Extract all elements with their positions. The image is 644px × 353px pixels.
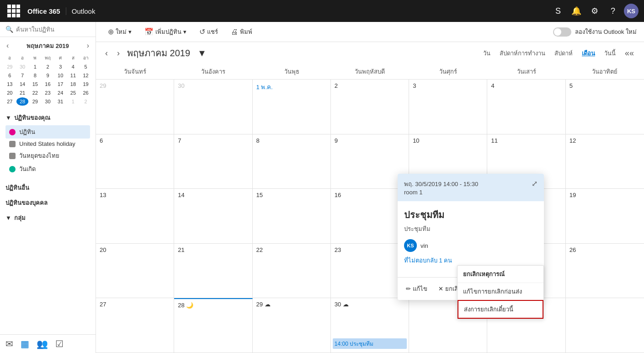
view-week[interactable]: สัปดาห์	[552, 47, 575, 60]
gear-icon[interactable]: ⚙	[587, 4, 602, 18]
view-month[interactable]: เดือน	[579, 47, 598, 60]
mini-day[interactable]: 16	[42, 80, 54, 88]
cal-cell[interactable]: 2	[331, 80, 409, 134]
search-bar[interactable]: 🔍	[0, 22, 96, 37]
edit-button[interactable]: ✏ แก้ไข	[404, 282, 429, 295]
calendar-item-2[interactable]: วันหยุดของไทย	[5, 149, 90, 162]
cal-cell[interactable]: 6	[96, 134, 174, 189]
cal-cell[interactable]: 13	[96, 189, 174, 243]
cal-cell[interactable]: 14	[174, 189, 252, 243]
cal-cell[interactable]: 21	[174, 244, 252, 298]
cal-cell[interactable]	[566, 298, 644, 353]
mini-day[interactable]: 5	[80, 63, 92, 71]
mini-day[interactable]: 29	[4, 63, 16, 71]
cal-cell[interactable]: 15	[253, 189, 331, 243]
cal-cell[interactable]: 4	[487, 80, 565, 134]
help-icon[interactable]: ?	[606, 4, 620, 18]
mini-day[interactable]: 10	[54, 71, 67, 80]
mini-day[interactable]: 31	[54, 97, 67, 106]
prev-month-btn[interactable]: ‹	[103, 47, 110, 60]
mini-day[interactable]: 17	[54, 80, 67, 88]
context-menu-item-0[interactable]: แก้ไขการยกเลิกก่อนส่ง	[458, 283, 543, 300]
cal-cell[interactable]: 3	[409, 80, 487, 134]
print-button[interactable]: 🖨 พิมพ์	[226, 25, 257, 39]
search-input[interactable]	[16, 26, 90, 33]
mini-day[interactable]: 30	[16, 63, 29, 71]
waffle-menu[interactable]	[5, 3, 22, 19]
popup-expand-icon[interactable]: ⤢	[532, 179, 538, 188]
mini-day[interactable]: 8	[29, 71, 41, 80]
cal-cell[interactable]: 5	[566, 80, 644, 134]
cal-cell[interactable]: 30	[174, 80, 252, 134]
mini-day[interactable]: 2	[42, 63, 54, 71]
mini-next-btn[interactable]: ›	[84, 41, 92, 51]
mini-day[interactable]: 23	[42, 89, 54, 97]
view-today[interactable]: วันนี้	[601, 47, 618, 60]
mini-day[interactable]: 2	[80, 97, 92, 106]
cal-cell[interactable]: 7	[174, 134, 252, 189]
tasks-nav-icon[interactable]: ☑	[55, 338, 64, 349]
my-calendars-header[interactable]: ▼ ปฏิทินของคุณ	[5, 113, 90, 123]
mini-day[interactable]: 4	[67, 63, 80, 71]
mini-day-today[interactable]: 28	[16, 97, 29, 106]
view-day[interactable]: วัน	[480, 47, 493, 60]
people-nav-icon[interactable]: 👥	[37, 338, 48, 349]
cal-cell-28[interactable]: 28 🌙	[174, 298, 252, 353]
mini-day[interactable]: 27	[4, 97, 16, 106]
other-calendars-label[interactable]: ปฏิทินอื่น	[0, 179, 96, 194]
cal-cell[interactable]: 1 พ.ค.	[253, 80, 331, 134]
cal-cell[interactable]: 29	[96, 80, 174, 134]
cal-event-meeting[interactable]: 14:00 ประชุมทีม	[333, 338, 407, 349]
mini-day[interactable]: 15	[29, 80, 41, 88]
calendar-item-3[interactable]: วันเกิด	[5, 162, 90, 176]
attendee-count-link[interactable]: ที่ไม่ตอบกลับ 1 คน	[404, 256, 538, 265]
mini-day[interactable]: 13	[4, 80, 16, 88]
cal-cell[interactable]: 19	[566, 189, 644, 243]
mini-day[interactable]: 7	[16, 71, 29, 80]
mini-day[interactable]: 1	[67, 97, 80, 106]
mini-day[interactable]: 22	[29, 89, 41, 97]
group-header[interactable]: ▼ กลุ่ม	[5, 213, 90, 223]
cal-cell[interactable]: 27	[96, 298, 174, 353]
mini-day[interactable]: 1	[29, 63, 41, 71]
mini-day[interactable]: 3	[54, 63, 67, 71]
add-calendar-button[interactable]: 📅 เพิ่มปฏิทิน ▾	[140, 25, 191, 39]
mini-day[interactable]: 30	[42, 97, 54, 106]
avatar[interactable]: KS	[624, 4, 639, 18]
cal-cell[interactable]: 22	[253, 244, 331, 298]
cal-cell[interactable]: 26	[566, 244, 644, 298]
context-menu-item-1[interactable]: ส่งการยกเลิกเดี๋ยวนี้	[458, 300, 543, 319]
mini-day[interactable]: 6	[4, 71, 16, 80]
new-button[interactable]: ⊕ ใหม่ ▾	[103, 25, 136, 39]
next-month-btn[interactable]: ›	[115, 47, 122, 60]
skype-icon[interactable]: S	[551, 4, 565, 18]
mini-day[interactable]: 12	[80, 71, 92, 80]
cal-cell-29[interactable]: 29 ☁	[253, 298, 331, 353]
mail-nav-icon[interactable]: ✉	[5, 338, 13, 349]
mini-day[interactable]: 18	[67, 80, 80, 88]
bell-icon[interactable]: 🔔	[569, 4, 584, 18]
mini-day[interactable]: 19	[80, 80, 92, 88]
mini-prev-btn[interactable]: ‹	[4, 41, 11, 51]
calendar-nav-icon[interactable]: ▦	[21, 338, 29, 349]
cal-cell[interactable]: 12	[566, 134, 644, 189]
mini-day[interactable]: 11	[67, 71, 80, 80]
mini-day[interactable]: 26	[80, 89, 92, 97]
mini-day[interactable]: 29	[29, 97, 41, 106]
mini-day[interactable]: 24	[54, 89, 67, 97]
cal-cell[interactable]: 8	[253, 134, 331, 189]
mini-day[interactable]: 25	[67, 89, 80, 97]
calendar-item-1[interactable]: United States holiday	[5, 139, 90, 149]
mini-day[interactable]: 21	[16, 89, 29, 97]
collapse-btn[interactable]: ««	[622, 47, 637, 60]
cal-cell-30[interactable]: 30 ☁ 14:00 ประชุมทีม	[331, 298, 409, 353]
mini-day[interactable]: 9	[42, 71, 54, 80]
share-button[interactable]: ↺ แชร์	[195, 25, 223, 39]
calendar-item-0[interactable]: ปฏิทิน	[5, 125, 90, 139]
view-workweek[interactable]: สัปดาห์การทำงาน	[497, 47, 548, 60]
try-new-toggle[interactable]	[553, 27, 571, 37]
cal-cell[interactable]: 20	[96, 244, 174, 298]
mini-day[interactable]: 14	[16, 80, 29, 88]
people-calendars-label[interactable]: ปฏิทินของบุคคล	[0, 194, 96, 209]
mini-day[interactable]: 20	[4, 89, 16, 97]
